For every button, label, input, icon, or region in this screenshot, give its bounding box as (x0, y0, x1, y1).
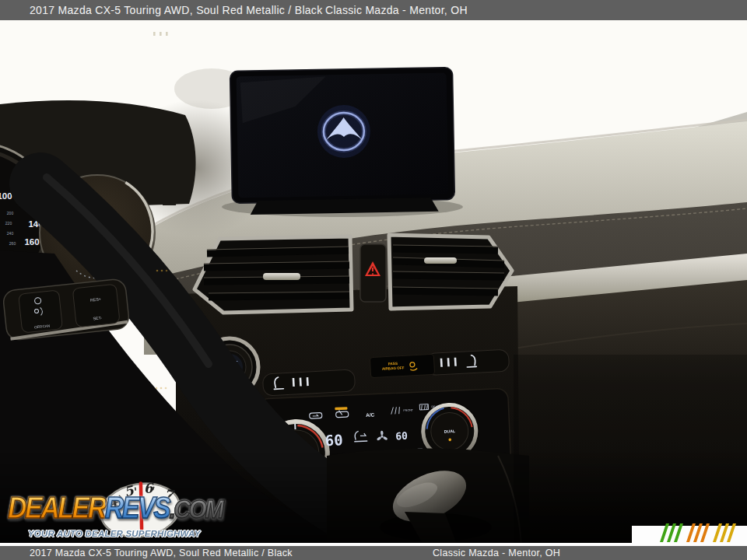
dashboard-scene: 100 120 140 160 200 220 240 260 82° mph … (0, 20, 747, 546)
right-air-vent (389, 235, 512, 309)
fresh-air-indicator (335, 407, 347, 410)
airbag-line1: PASS (388, 362, 398, 366)
infotainment-screen (230, 68, 455, 215)
front-label: FRONT (403, 408, 413, 412)
interior-photo: 100 120 140 160 200 220 240 260 82° mph … (0, 20, 747, 546)
dealerrevs-watermark: DealerRevs.com (8, 492, 223, 526)
speed-260: 260 (9, 241, 16, 246)
stripe-group-orange (686, 523, 710, 542)
right-vignette (514, 355, 747, 546)
passenger-airbag-display: PASS AIRBAG OFF (370, 354, 434, 377)
temp-right-value: 60 (395, 430, 408, 443)
seat-heater-left-button (262, 369, 355, 396)
dual-label: DUAL (444, 429, 455, 434)
dealer-name: Classic Mazda - Mentor, OH (325, 0, 468, 20)
ac-label: A/C (366, 412, 375, 418)
top-caption-bar: 2017 Mazda CX-5 Touring AWD, Soul Red Me… (0, 0, 747, 20)
speed-100: 100 (0, 191, 12, 201)
speed-240: 240 (7, 231, 14, 236)
set-label: SET- (93, 315, 102, 320)
seat-heater-right-button (426, 349, 509, 376)
vent-tab (263, 273, 300, 280)
speed-200: 200 (7, 211, 14, 215)
left-air-vent (195, 236, 352, 313)
brand-dealer: Dealer (8, 492, 105, 525)
speed-220: 220 (5, 221, 12, 226)
bottom-caption-bar: 2017 Mazda CX-5 Touring AWD, Soul Red Me… (0, 546, 747, 560)
speed-160: 160 (24, 237, 39, 247)
dealer-stripes-icon (660, 523, 738, 543)
brand-revs: Revs (105, 492, 170, 525)
hazard-button (360, 244, 386, 302)
watermark-tagline: Your Auto Dealer Superhighway (28, 529, 201, 538)
stripe-group-gold (713, 523, 736, 542)
dealer-name: Classic Mazda - Mentor, OH (433, 546, 560, 560)
vehicle-title: 2017 Mazda CX-5 Touring AWD, Soul Red Me… (30, 546, 293, 560)
brand-com: .com (169, 495, 222, 523)
rear-label: REAR (431, 405, 440, 408)
vehicle-title: 2017 Mazda CX-5 Touring AWD, Soul Red Me… (30, 0, 322, 20)
stripe-group-green (660, 523, 683, 542)
vent-tab (424, 257, 457, 264)
temp-left-value: 60 (324, 431, 343, 449)
